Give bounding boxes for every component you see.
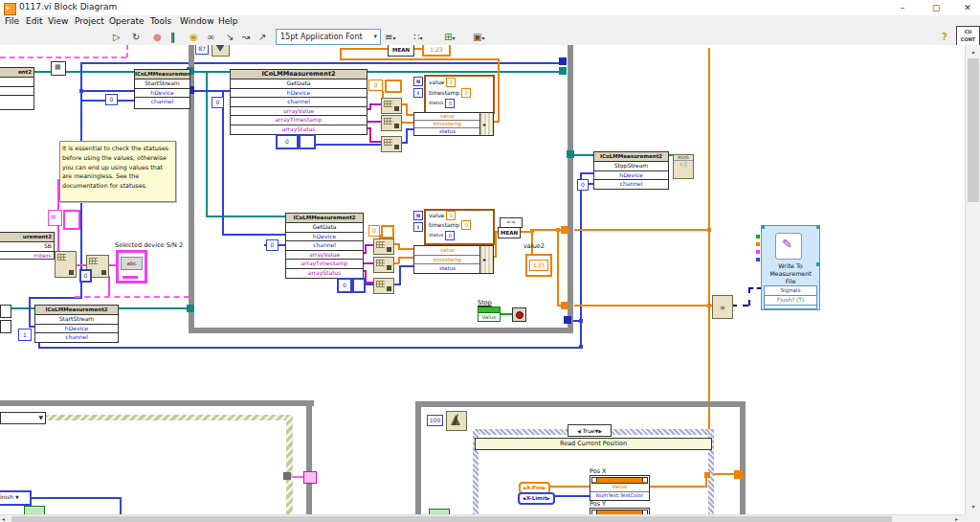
reference-constant[interactable]: ▤ — [48, 210, 62, 226]
while-loop-border[interactable] — [568, 45, 573, 333]
reference-node[interactable] — [303, 471, 317, 484]
invoke-node-cut[interactable]: ent2 — [0, 67, 34, 110]
horizontal-scrollbar-thumb[interactable] — [11, 516, 892, 522]
highlight-execution-icon[interactable]: ◉ — [189, 30, 198, 44]
horizontal-scrollbar[interactable]: ◂ ▸ — [0, 514, 965, 522]
constant-0[interactable]: 0 — [577, 179, 589, 191]
index-array-icon[interactable] — [373, 257, 394, 273]
cluster-constant[interactable]: value0 timestamp0 status0 — [424, 75, 495, 114]
menu-edit[interactable]: Edit — [26, 16, 42, 26]
constant-0[interactable]: 0 — [212, 97, 224, 108]
case-structure2-border[interactable] — [286, 415, 293, 514]
while-loop-border[interactable] — [189, 328, 573, 333]
array-constant-blue[interactable]: 0 — [337, 278, 352, 293]
invoke-node-startstream-2[interactable]: ICoLMMeasurement2 StartStream hDevice ch… — [34, 305, 119, 343]
string-indicator[interactable]: abc — [116, 250, 147, 284]
merge-signals-node[interactable]: » — [712, 295, 733, 319]
mean-node[interactable]: MEAN — [388, 45, 414, 57]
numeric-indicator-cut[interactable]: 1.23 — [422, 45, 451, 57]
while-loop3-border[interactable] — [415, 401, 421, 514]
retain-wire-values-icon[interactable]: ∞ — [207, 30, 214, 44]
index-array-icon[interactable] — [373, 238, 394, 255]
enum-constant-finish[interactable]: Finish ▼ — [0, 490, 32, 506]
bundle-by-name[interactable]: value timestamp status — [413, 245, 494, 274]
array-constant-orange[interactable]: 0 — [368, 79, 383, 91]
block-diagram-canvas[interactable]: ▼ ◀ True▼▶ Read Current Position — [0, 45, 965, 514]
constant-100[interactable]: 100 — [427, 415, 443, 426]
scroll-right-icon[interactable]: ▸ — [955, 515, 958, 522]
reference-constant[interactable] — [63, 210, 80, 230]
step-out-icon[interactable]: ↗ — [258, 30, 266, 44]
context-help-icon[interactable]: ? — [942, 30, 947, 44]
bundle-by-name[interactable]: value timestamp status — [413, 112, 494, 136]
free-label-comment[interactable]: It is essential to check the statuses be… — [59, 141, 176, 202]
vertical-scrollbar[interactable]: ▴ ▾ — [965, 45, 980, 514]
local-variable-xlimit[interactable]: ◆X-Limit▶ — [518, 492, 555, 505]
while-loop2-border[interactable] — [306, 400, 312, 514]
index-array-icon[interactable] — [381, 115, 402, 131]
invoke-node-getdata-2[interactable]: ICoLMMeasurement2 GetData hDevice channe… — [285, 213, 364, 279]
menu-file[interactable]: File — [5, 16, 19, 26]
menu-operate[interactable]: Operate — [109, 16, 145, 26]
font-selector[interactable]: 15pt Application Font▾ — [276, 29, 381, 45]
property-node-posx[interactable]: Value NumText.TextColor — [590, 475, 650, 501]
case-selector[interactable]: ◀ True▼▶ — [568, 424, 612, 437]
menu-project[interactable]: Project — [75, 16, 104, 26]
close-reference-node[interactable]: RU/G c ▯ — [673, 154, 694, 179]
scroll-up-icon[interactable]: ▴ — [966, 48, 980, 55]
vi-icon[interactable]: CU CONT — [956, 26, 980, 46]
cluster-constant[interactable]: value0 timestamp0 status0 — [424, 209, 495, 245]
run-continuous-icon[interactable]: ↻ — [132, 30, 140, 44]
close-button[interactable]: ✕ — [953, 0, 980, 15]
index-array-icon[interactable] — [381, 136, 402, 152]
invoke-node-stopstream[interactable]: ICoLMMeasurement2 StopStream hDevice cha… — [593, 151, 669, 190]
pause-icon[interactable]: ‖ — [170, 30, 175, 44]
resize-objects-icon[interactable]: ⊞▾ — [444, 30, 455, 45]
mean-node[interactable]: MEAN — [498, 227, 521, 238]
maximize-button[interactable]: ▢ — [922, 0, 950, 15]
align-objects-icon[interactable]: ≡▾ — [385, 30, 395, 45]
while-loop3-border[interactable] — [415, 401, 746, 407]
small-node[interactable]: ▦ — [51, 61, 66, 76]
menu-tools[interactable]: Tools — [150, 16, 171, 26]
step-over-icon[interactable]: ↝ — [242, 30, 250, 44]
case-selector2[interactable]: ▼ — [0, 412, 46, 424]
array-constant-blue[interactable] — [352, 278, 366, 293]
invoke-node-getdata-1[interactable]: ICoLMMeasurement2 GetData hDevice channe… — [230, 69, 368, 135]
constant-0[interactable]: 0 — [105, 94, 118, 105]
reorder-icon[interactable]: ▣▾ — [473, 30, 484, 45]
constant-0[interactable]: 0 — [266, 239, 278, 251]
array-constant-orange[interactable] — [385, 79, 402, 93]
index-array-icon[interactable] — [381, 98, 402, 114]
step-into-icon[interactable]: ↘ — [226, 30, 234, 44]
menu-help[interactable]: Help — [218, 16, 238, 26]
scroll-down-icon[interactable]: ▾ — [966, 503, 980, 510]
array-constant-orange[interactable] — [381, 225, 394, 238]
menu-window[interactable]: Window — [180, 16, 214, 26]
property-node-cut[interactable]: urement2 SB mbers — [0, 232, 55, 260]
distribute-objects-icon[interactable]: ∷▾ — [413, 30, 422, 45]
index-array-icon[interactable] — [373, 278, 394, 294]
index-array-icon[interactable] — [55, 251, 77, 278]
vertical-scrollbar-thumb[interactable] — [968, 58, 979, 202]
invoke-node-startstream-1[interactable]: ICoLMMeasurement2 StartStream hDevice ch… — [134, 69, 190, 109]
property-node-posy[interactable] — [590, 508, 650, 514]
constant-0[interactable]: 0 — [79, 269, 92, 283]
array-constant-orange[interactable]: 0 — [368, 225, 380, 237]
case-structure2-border[interactable] — [45, 415, 293, 420]
stop-button-terminal[interactable] — [512, 307, 526, 322]
wait-ms-icon[interactable] — [446, 411, 467, 431]
while-loop3-border[interactable] — [740, 401, 746, 514]
scroll-left-icon[interactable]: ◂ — [2, 515, 5, 522]
run-icon[interactable]: ▷ — [113, 30, 121, 44]
express-vi-write-measurement-file[interactable]: ✎ Write To Measurement File Signals Flus… — [761, 225, 820, 310]
while-loop2-border[interactable] — [0, 400, 314, 406]
minimize-button[interactable]: – — [888, 0, 917, 15]
constant-1[interactable]: 1 — [18, 329, 32, 341]
stop-local-value[interactable]: Value — [478, 312, 501, 322]
array-constant-blue[interactable] — [299, 134, 316, 149]
value2-indicator[interactable]: 1.23 — [525, 254, 552, 277]
menu-view[interactable]: View — [48, 16, 68, 26]
abort-icon[interactable]: ● — [153, 30, 162, 44]
array-constant-blue[interactable]: 0 — [276, 134, 299, 149]
